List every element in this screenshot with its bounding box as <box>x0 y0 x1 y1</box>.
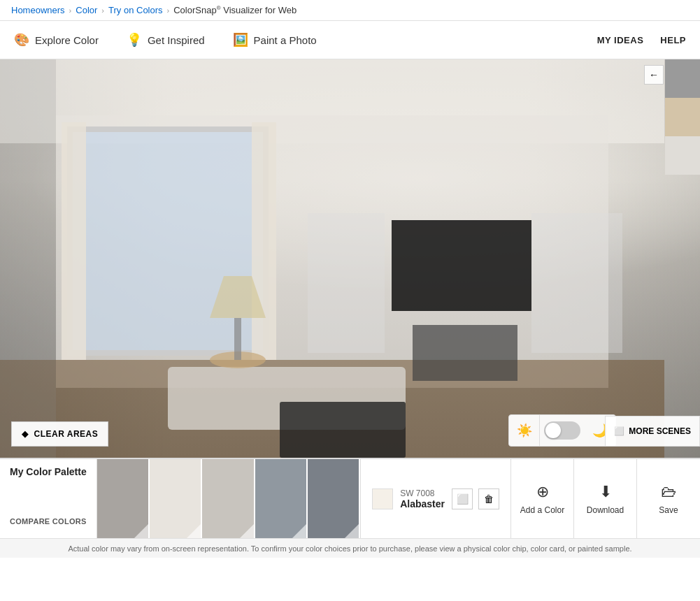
svg-rect-15 <box>234 318 241 360</box>
add-a-color-label: Add a Color <box>520 505 564 515</box>
color-delete-button[interactable]: 🗑 <box>478 488 499 509</box>
right-swatch-tan[interactable] <box>665 98 700 136</box>
add-color-icon: ⊕ <box>536 483 549 501</box>
palette-swatch-2[interactable] <box>150 459 202 538</box>
right-swatch-white[interactable] <box>665 136 700 175</box>
brightness-icon[interactable]: ☀️ <box>509 415 540 446</box>
palette-bar: My Color Palette COMPARE COLORS SW 7008 … <box>0 458 700 538</box>
clear-areas-button[interactable]: ◆ CLEAR AREAS <box>11 421 108 447</box>
compare-colors-button[interactable]: COMPARE COLORS <box>10 517 87 531</box>
svg-rect-13 <box>252 122 276 360</box>
breadcrumb-homeowners[interactable]: Homeowners <box>11 5 65 15</box>
save-button[interactable]: 🗁 Save <box>637 459 700 538</box>
svg-rect-7 <box>413 325 517 381</box>
swatch-diagonal-4 <box>292 524 306 538</box>
svg-rect-12 <box>62 122 86 360</box>
paint-a-photo-nav[interactable]: 🖼️ Paint a Photo <box>233 32 317 48</box>
clear-areas-label: CLEAR AREAS <box>34 429 99 439</box>
lighting-controls: ☀️ 🌙 <box>508 414 616 447</box>
add-a-color-button[interactable]: ⊕ Add a Color <box>511 459 574 538</box>
main-scene-area: ← ◆ CLEAR AREAS ☀️ 🌙 ⬜ MORE SCENES <box>0 59 700 458</box>
color-copy-button[interactable]: ⬜ <box>452 488 473 509</box>
save-icon: 🗁 <box>661 483 676 501</box>
palette-title: My Color Palette <box>10 466 87 477</box>
svg-rect-9 <box>531 213 622 353</box>
breadcrumb-sep-1: › <box>69 6 72 15</box>
explore-color-icon: 🎨 <box>14 32 29 48</box>
get-inspired-label: Get Inspired <box>148 34 205 46</box>
selected-color-chip <box>372 488 393 509</box>
breadcrumb-sep-2: › <box>101 6 104 15</box>
swatch-diagonal-2 <box>187 524 201 538</box>
top-nav-right: MY IDEAS HELP <box>597 35 686 45</box>
toggle-knob <box>545 423 561 438</box>
palette-swatch-3[interactable] <box>202 459 255 538</box>
breadcrumb-current: ColorSnap® Visualizer for Web <box>173 5 297 15</box>
swatch-diagonal-1 <box>134 524 148 538</box>
color-actions: ⬜ 🗑 <box>452 488 499 509</box>
svg-rect-3 <box>0 59 56 458</box>
download-label: Download <box>587 505 624 515</box>
explore-color-nav[interactable]: 🎨 Explore Color <box>14 32 99 48</box>
palette-swatch-1[interactable] <box>97 459 150 538</box>
right-swatches-panel <box>665 59 700 175</box>
more-scenes-icon: ⬜ <box>614 426 624 436</box>
footer: Actual color may vary from on-screen rep… <box>0 538 700 558</box>
get-inspired-nav[interactable]: 💡 Get Inspired <box>127 32 205 48</box>
breadcrumb-sep-3: › <box>167 6 170 15</box>
palette-swatch-5[interactable] <box>308 459 360 538</box>
top-nav-left: 🎨 Explore Color 💡 Get Inspired 🖼️ Paint … <box>14 32 317 48</box>
paint-a-photo-label: Paint a Photo <box>254 34 317 46</box>
breadcrumb-try-on-colors[interactable]: Try on Colors <box>108 5 163 15</box>
explore-color-label: Explore Color <box>35 34 99 46</box>
lighting-toggle[interactable] <box>544 421 580 440</box>
save-label: Save <box>659 505 678 515</box>
color-name: Alabaster <box>400 498 445 509</box>
right-swatch-gray[interactable] <box>665 59 700 98</box>
color-name-block: SW 7008 Alabaster <box>400 488 445 509</box>
swatch-diagonal-5 <box>345 524 359 538</box>
download-button[interactable]: ⬇ Download <box>574 459 637 538</box>
svg-rect-6 <box>392 220 531 311</box>
palette-label-section: My Color Palette COMPARE COLORS <box>0 459 97 538</box>
download-icon: ⬇ <box>599 483 612 501</box>
room-svg <box>0 59 664 458</box>
footer-text: Actual color may vary from on-screen rep… <box>68 544 631 553</box>
back-arrow-button[interactable]: ← <box>644 65 664 85</box>
help-nav[interactable]: HELP <box>660 35 686 45</box>
top-nav: 🎨 Explore Color 💡 Get Inspired 🖼️ Paint … <box>0 21 700 59</box>
palette-swatches <box>97 459 360 538</box>
get-inspired-icon: 💡 <box>127 32 142 48</box>
svg-rect-11 <box>280 402 406 458</box>
breadcrumb-color[interactable]: Color <box>76 5 97 15</box>
more-scenes-button[interactable]: ⬜ MORE SCENES <box>605 416 700 447</box>
more-scenes-label: MORE SCENES <box>629 426 691 436</box>
selected-color-info: SW 7008 Alabaster ⬜ 🗑 <box>360 459 510 538</box>
breadcrumb: Homeowners › Color › Try on Colors › Col… <box>0 0 700 21</box>
palette-actions: ⊕ Add a Color ⬇ Download 🗁 Save <box>510 459 700 538</box>
clear-areas-icon: ◆ <box>22 429 29 439</box>
color-code: SW 7008 <box>400 488 445 498</box>
svg-rect-8 <box>308 213 385 353</box>
my-ideas-nav[interactable]: MY IDEAS <box>597 35 644 45</box>
swatch-diagonal-3 <box>240 524 254 538</box>
palette-swatch-4[interactable] <box>255 459 308 538</box>
paint-a-photo-icon: 🖼️ <box>233 32 248 48</box>
